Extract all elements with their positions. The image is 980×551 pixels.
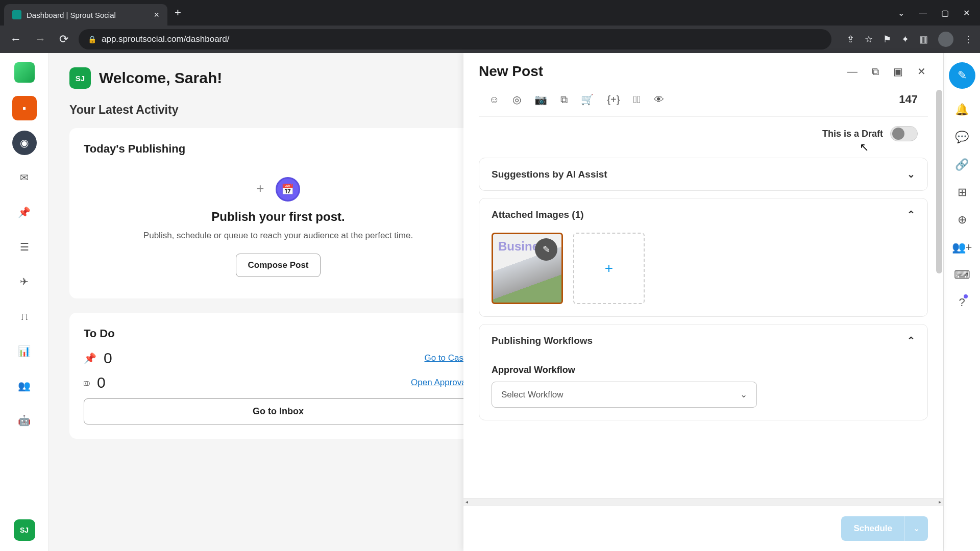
chevron-up-icon: ⌃ [907,335,915,346]
star-icon[interactable]: ☆ [865,34,873,45]
stamp-icon: ⎄ [84,377,90,388]
workflow-select[interactable]: Select Workflow ⌄ [492,382,757,408]
draft-toggle[interactable] [890,126,918,141]
publishing-title: Today's Publishing [84,142,473,156]
browser-tab[interactable]: Dashboard | Sprout Social × [4,4,167,26]
scrollbar[interactable] [936,90,942,273]
extension-icon[interactable]: ⚑ [883,34,891,45]
ai-assist-panel: Suggestions by AI Assist ⌄ [479,158,928,191]
invite-icon[interactable]: 👥+ [952,241,972,254]
link-icon[interactable]: 🔗 [955,158,969,171]
composer-panel: New Post — ⧉ ▣ ✕ ☺ ◎ 📷 ⧉ 🛒 {+} ✓⃝ 👁 147 [463,53,943,551]
target-icon[interactable]: ◎ [512,93,521,106]
nav-compass[interactable]: ◉ [12,131,37,155]
messages-icon[interactable]: 💬 [955,131,969,144]
add-icon[interactable]: ⊕ [958,213,967,227]
cases-count: 0 [104,349,112,367]
image-thumbnail[interactable]: Business ✎ [492,233,563,304]
lock-icon: 🔒 [88,35,96,43]
nav-dashboard[interactable]: ▪ [12,96,37,120]
nav-analytics[interactable]: ⎍ [12,304,37,329]
address-bar: ← → ⟳ 🔒 app.sproutsocial.com/dashboard/ … [0,26,980,53]
duplicate-icon[interactable]: ⧉ [870,64,881,80]
compose-fab[interactable]: ✎ [949,62,975,89]
todo-card: To Do 📌 0 Go to Cases ⎄ 0 Open App [69,313,487,439]
publishing-card: Today's Publishing + 📅 Publish your firs… [69,128,487,298]
chevron-up-icon: ⌃ [907,209,915,220]
attached-images-header[interactable]: Attached Images (1) ⌃ [479,198,927,231]
approvals-count: 0 [97,374,106,391]
url-text: app.sproutsocial.com/dashboard/ [102,34,229,44]
chevron-down-icon: ⌄ [907,168,915,180]
minimize-icon[interactable]: — [845,64,860,80]
profile-avatar[interactable] [938,32,953,47]
window-controls: ⌄ — ▢ ✕ [898,8,976,18]
extensions-menu-icon[interactable]: ✦ [901,34,909,45]
gallery-icon[interactable]: ⧉ [560,94,568,106]
nav-people[interactable]: 👥 [12,373,37,398]
publishing-workflows-header[interactable]: Publishing Workflows ⌃ [479,324,927,357]
compose-post-button[interactable]: Compose Post [236,254,320,277]
chevron-down-icon: ⌄ [740,389,747,400]
horizontal-scrollbar[interactable]: ◂ ▸ [463,498,943,506]
variable-icon[interactable]: {+} [607,94,620,106]
favicon [12,10,21,19]
char-count: 147 [899,93,918,106]
url-field[interactable]: 🔒 app.sproutsocial.com/dashboard/ [79,29,831,49]
user-initials-badge: SJ [69,67,91,89]
window-minimize-icon[interactable]: — [919,8,927,18]
todo-title: To Do [84,327,473,340]
schedule-dropdown[interactable]: ⌄ [904,516,928,541]
sidepanel-icon[interactable]: ▥ [919,34,928,45]
edit-image-button[interactable]: ✎ [535,238,557,261]
add-image-button[interactable]: + [573,233,645,304]
keyboard-icon[interactable]: ⌨ [954,268,970,282]
expand-icon[interactable]: ▣ [891,63,905,80]
publishing-workflows-panel: Publishing Workflows ⌃ Approval Workflow… [479,324,928,420]
kebab-menu-icon[interactable]: ⋮ [964,34,973,45]
tab-title: Dashboard | Sprout Social [27,11,116,19]
welcome-heading: Welcome, Sarah! [99,69,222,87]
share-icon[interactable]: ⇪ [847,34,854,45]
publish-empty-subtitle: Publish, schedule or queue to reach your… [84,229,473,242]
schedule-button[interactable]: Schedule [841,516,904,541]
help-icon[interactable]: ? [959,296,965,309]
reload-button[interactable]: ⟳ [56,30,71,49]
publish-empty-title: Publish your first post. [84,210,473,224]
sprout-logo[interactable] [14,62,35,83]
approval-workflow-label: Approval Workflow [492,365,915,375]
close-icon[interactable]: ✕ [915,63,928,80]
window-close-icon[interactable]: ✕ [963,8,970,18]
go-to-inbox-button[interactable]: Go to Inbox [84,398,473,424]
left-nav: ▪ ◉ ✉ 📌 ☰ ✈ ⎍ 📊 👥 🤖 SJ [0,53,49,551]
scroll-left-icon[interactable]: ◂ [463,499,470,505]
notifications-icon[interactable]: 🔔 [955,103,969,116]
nav-reports[interactable]: 📊 [12,339,37,363]
nav-bot[interactable]: 🤖 [12,408,37,433]
attached-images-title: Attached Images (1) [492,209,584,220]
nav-user-badge[interactable]: SJ [14,519,35,541]
calendar-icon: 📅 [276,177,300,202]
approval-icon[interactable]: ✓⃝ [633,94,641,106]
composer-toolbar: ☺ ◎ 📷 ⧉ 🛒 {+} ✓⃝ 👁 147 [479,90,928,117]
nav-list[interactable]: ☰ [12,235,37,259]
new-tab-button[interactable]: + [175,6,181,19]
scroll-right-icon[interactable]: ▸ [937,499,943,505]
forward-button[interactable]: → [32,30,49,49]
plus-icon: + [256,181,264,196]
back-button[interactable]: ← [7,30,24,49]
ai-assist-header[interactable]: Suggestions by AI Assist ⌄ [479,158,927,190]
visibility-icon[interactable]: 👁 [654,94,664,106]
apps-icon[interactable]: ⊞ [958,186,967,199]
cart-icon[interactable]: 🛒 [581,93,594,106]
chevron-down-icon[interactable]: ⌄ [898,8,904,18]
nav-inbox[interactable]: ✉ [12,165,37,190]
draft-label: This is a Draft [822,129,883,139]
nav-pin[interactable]: 📌 [12,200,37,224]
emoji-icon[interactable]: ☺ [489,94,499,106]
nav-send[interactable]: ✈ [12,269,37,294]
camera-icon[interactable]: 📷 [534,93,547,106]
window-maximize-icon[interactable]: ▢ [941,8,949,18]
composer-title: New Post [479,63,543,80]
tab-close-icon[interactable]: × [154,10,159,20]
